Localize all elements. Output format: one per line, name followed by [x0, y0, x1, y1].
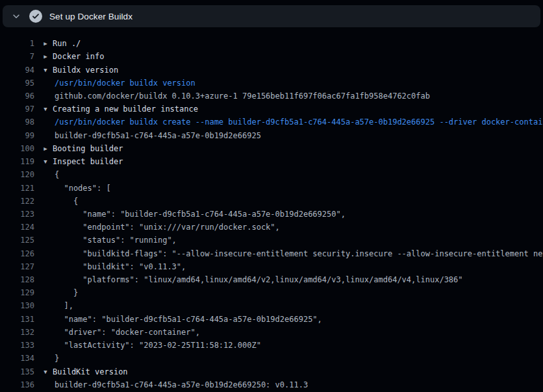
- chevron-right-icon: ▶: [42, 145, 49, 152]
- log-text: "name": "builder-d9cfb5a1-c764-445a-a57e…: [55, 315, 322, 324]
- log-line: 133 "lastActivity": "2023-02-25T11:58:12…: [0, 339, 543, 352]
- log-line[interactable]: 100 ▶ Booting builder: [0, 142, 543, 155]
- log-line[interactable]: 94 ▼ Buildx version: [0, 63, 543, 76]
- log-text: "endpoint": "unix:///var/run/docker.sock…: [55, 223, 280, 232]
- line-number[interactable]: 131: [0, 315, 34, 324]
- log-line[interactable]: 119 ▼ Inspect builder: [0, 155, 543, 168]
- line-number[interactable]: 96: [0, 92, 34, 101]
- log-line[interactable]: 7 ▶ Docker info: [0, 50, 543, 63]
- line-number[interactable]: 95: [0, 79, 34, 88]
- line-number[interactable]: 7: [0, 52, 34, 61]
- log-line: 125 "status": "running",: [0, 234, 543, 247]
- log-line[interactable]: 135 ▼ BuildKit version: [0, 365, 543, 378]
- log-text: ],: [55, 301, 73, 310]
- log-text: }: [55, 288, 78, 297]
- line-number[interactable]: 125: [0, 236, 34, 245]
- log-line: 132 "driver": "docker-container",: [0, 326, 543, 339]
- line-number[interactable]: 100: [0, 144, 34, 153]
- log-line: 120 {: [0, 168, 543, 181]
- line-number[interactable]: 121: [0, 184, 34, 193]
- log-text: Inspect builder: [53, 157, 123, 166]
- log-line: 122 {: [0, 195, 543, 208]
- log-text: /usr/bin/docker buildx create --name bui…: [55, 117, 543, 127]
- line-number[interactable]: 124: [0, 223, 34, 232]
- log-line: 95 /usr/bin/docker buildx version: [0, 77, 543, 90]
- chevron-down-icon: ▼: [42, 106, 49, 112]
- log-line[interactable]: 97 ▼ Creating a new builder instance: [0, 103, 543, 116]
- log-text: Buildx version: [53, 66, 118, 75]
- log-text: builder-d9cfb5a1-c764-445a-a57e-0b19d2e6…: [55, 131, 261, 140]
- line-number[interactable]: 119: [0, 157, 34, 166]
- log-text: Docker info: [53, 52, 104, 61]
- log-text: "buildkitd-flags": "--allow-insecure-ent…: [55, 249, 543, 258]
- line-number[interactable]: 136: [0, 380, 34, 389]
- line-number[interactable]: 133: [0, 341, 34, 350]
- chevron-down-icon[interactable]: [12, 12, 21, 21]
- log-line: 129 }: [0, 286, 543, 299]
- log-text: }: [55, 354, 59, 363]
- line-number[interactable]: 120: [0, 170, 34, 179]
- line-number[interactable]: 94: [0, 66, 34, 75]
- log-text: BuildKit version: [53, 367, 128, 376]
- line-number[interactable]: 132: [0, 328, 34, 337]
- chevron-down-icon: ▼: [42, 158, 49, 165]
- log-text: "buildkit": "v0.11.3",: [55, 262, 186, 271]
- log-line: 136 builder-d9cfb5a1-c764-445a-a57e-0b19…: [0, 378, 543, 391]
- log-text: Run ./: [53, 39, 81, 48]
- chevron-down-icon: ▼: [42, 369, 49, 375]
- log-text: "status": "running",: [55, 236, 177, 245]
- line-number[interactable]: 122: [0, 197, 34, 206]
- step-title: Set up Docker Buildx: [49, 12, 133, 21]
- log-text: Creating a new builder instance: [53, 104, 198, 114]
- log-text: "name": "builder-d9cfb5a1-c764-445a-a57e…: [55, 210, 346, 219]
- log-line: 130 ],: [0, 299, 543, 312]
- line-number[interactable]: 1: [0, 39, 34, 48]
- log-line: 96 github.com/docker/buildx 0.10.3+azure…: [0, 90, 543, 103]
- line-number[interactable]: 127: [0, 262, 34, 271]
- line-number[interactable]: 126: [0, 249, 34, 258]
- log-line: 124 "endpoint": "unix:///var/run/docker.…: [0, 221, 543, 234]
- log-text: "platforms": "linux/amd64,linux/amd64/v2…: [55, 275, 463, 284]
- log-line: 126 "buildkitd-flags": "--allow-insecure…: [0, 247, 543, 260]
- log-text: "lastActivity": "2023-02-25T11:58:12.000…: [55, 341, 261, 350]
- line-number[interactable]: 128: [0, 275, 34, 284]
- log-line: 127 "buildkit": "v0.11.3",: [0, 260, 543, 273]
- log-line: 131 "name": "builder-d9cfb5a1-c764-445a-…: [0, 313, 543, 326]
- log-text: {: [55, 197, 78, 206]
- line-number[interactable]: 130: [0, 301, 34, 310]
- line-number[interactable]: 135: [0, 367, 34, 376]
- log-text: github.com/docker/buildx 0.10.3+azure-1 …: [55, 92, 430, 101]
- check-circle-icon: [29, 10, 42, 23]
- log-line: 99 builder-d9cfb5a1-c764-445a-a57e-0b19d…: [0, 129, 543, 142]
- line-number[interactable]: 134: [0, 354, 34, 363]
- log-lines: 1 ▶ Run ./ 7 ▶ Docker info 94 ▼ Buildx v…: [0, 27, 543, 391]
- log-line: 98 /usr/bin/docker buildx create --name …: [0, 116, 543, 129]
- line-number[interactable]: 98: [0, 117, 34, 127]
- chevron-down-icon: ▼: [42, 67, 49, 73]
- line-number[interactable]: 97: [0, 104, 34, 114]
- line-number[interactable]: 99: [0, 131, 34, 140]
- log-text: "driver": "docker-container",: [55, 328, 200, 337]
- log-line: 123 "name": "builder-d9cfb5a1-c764-445a-…: [0, 208, 543, 221]
- log-text: "nodes": [: [55, 184, 111, 193]
- line-number[interactable]: 129: [0, 288, 34, 297]
- log-line[interactable]: 1 ▶ Run ./: [0, 37, 543, 50]
- log-text: /usr/bin/docker buildx version: [55, 79, 196, 88]
- log-line: 128 "platforms": "linux/amd64,linux/amd6…: [0, 273, 543, 286]
- chevron-right-icon: ▶: [42, 40, 49, 47]
- step-group-header[interactable]: Set up Docker Buildx: [3, 5, 540, 27]
- log-text: builder-d9cfb5a1-c764-445a-a57e-0b19d2e6…: [55, 380, 308, 389]
- log-text: Booting builder: [53, 144, 123, 153]
- chevron-right-icon: ▶: [42, 53, 49, 60]
- log-text: {: [55, 170, 59, 179]
- log-line: 121 "nodes": [: [0, 181, 543, 194]
- log-line: 134 }: [0, 352, 543, 365]
- line-number[interactable]: 123: [0, 210, 34, 219]
